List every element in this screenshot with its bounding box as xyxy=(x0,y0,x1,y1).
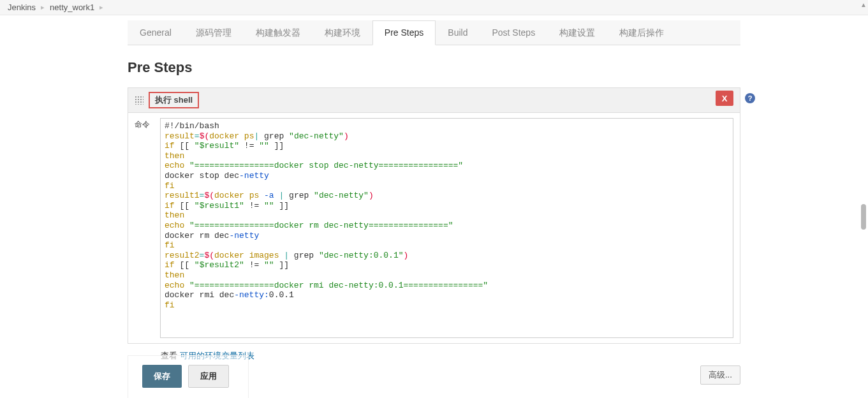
tab-triggers[interactable]: 构建触发器 xyxy=(244,20,313,45)
main-content: General源码管理构建触发器构建环境Pre StepsBuildPost S… xyxy=(128,15,740,385)
tab-general[interactable]: General xyxy=(128,20,184,45)
tab-scm[interactable]: 源码管理 xyxy=(184,20,244,45)
breadcrumb-project[interactable]: netty_work1 xyxy=(50,3,94,12)
tab-presteps[interactable]: Pre Steps xyxy=(372,20,436,45)
bottom-action-bar: 保存 应用 xyxy=(128,355,249,398)
command-textarea[interactable]: #!/bin/bashresult=$(docker ps| grep "dec… xyxy=(160,118,733,338)
tab-postactions[interactable]: 构建后操作 xyxy=(607,20,676,45)
drag-handle-icon[interactable] xyxy=(135,96,143,105)
breadcrumb-root[interactable]: Jenkins xyxy=(8,3,36,12)
help-icon[interactable]: ? xyxy=(745,93,755,103)
tab-settings[interactable]: 构建设置 xyxy=(547,20,607,45)
step-type-label: 执行 shell xyxy=(149,92,199,108)
tab-poststeps[interactable]: Post Steps xyxy=(480,20,547,45)
step-header: 执行 shell X xyxy=(128,88,740,113)
command-label: 命令 xyxy=(135,118,160,338)
save-button[interactable]: 保存 xyxy=(142,365,182,388)
chevron-right-icon: ▸ xyxy=(41,3,45,11)
breadcrumb: Jenkins ▸ netty_work1 ▸ xyxy=(0,0,868,15)
tab-env[interactable]: 构建环境 xyxy=(313,20,372,45)
shell-step-block: 执行 shell X ? 命令 #!/bin/bashresult=$(dock… xyxy=(128,87,740,344)
scroll-up-icon[interactable]: ▲ xyxy=(859,0,868,9)
tab-build[interactable]: Build xyxy=(436,20,480,45)
scrollbar-thumb[interactable] xyxy=(861,204,866,230)
chevron-right-icon: ▸ xyxy=(99,3,103,11)
page-title: Pre Steps xyxy=(128,59,740,76)
step-body: 命令 #!/bin/bashresult=$(docker ps| grep "… xyxy=(128,113,740,343)
delete-step-button[interactable]: X xyxy=(716,91,733,106)
apply-button[interactable]: 应用 xyxy=(188,365,229,388)
config-tabs: General源码管理构建触发器构建环境Pre StepsBuildPost S… xyxy=(128,20,740,45)
advanced-button[interactable]: 高级... xyxy=(700,365,740,385)
